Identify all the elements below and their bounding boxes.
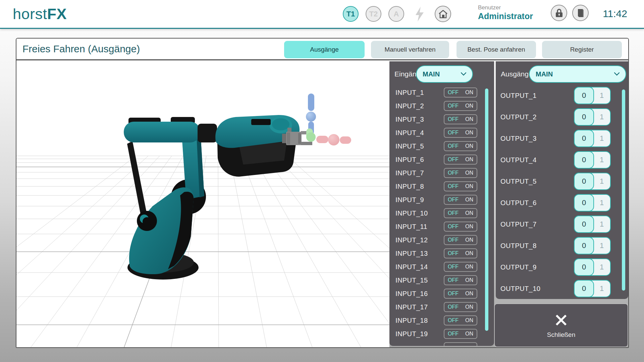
close-button[interactable]: Schließen — [494, 303, 628, 347]
input-toggle-on[interactable]: ON — [465, 277, 473, 283]
input-onoff-toggle[interactable]: OFF ON — [444, 168, 477, 178]
output-toggle-one[interactable]: 1 — [593, 216, 610, 232]
inputs-scrollbar[interactable] — [485, 88, 488, 331]
input-toggle-on[interactable]: ON — [465, 304, 473, 310]
mode-button[interactable]: T2 — [366, 6, 381, 22]
input-toggle-on[interactable]: ON — [465, 183, 473, 189]
outputs-group-select[interactable]: MAIN — [529, 65, 626, 83]
mode-button[interactable]: T1 — [343, 6, 359, 22]
input-onoff-toggle[interactable]: OFF ON — [444, 289, 477, 299]
input-toggle-off[interactable]: OFF — [448, 250, 459, 256]
input-onoff-toggle[interactable]: OFF ON — [444, 235, 477, 245]
input-toggle-off[interactable]: OFF — [448, 170, 459, 176]
input-toggle-on[interactable]: ON — [465, 224, 473, 230]
input-toggle-off[interactable]: OFF — [448, 317, 459, 323]
input-toggle-on[interactable]: ON — [465, 331, 473, 337]
output-toggle-one[interactable]: 1 — [593, 195, 610, 211]
input-toggle-off[interactable]: OFF — [448, 331, 459, 337]
input-toggle-off[interactable]: OFF — [448, 210, 459, 216]
input-toggle-on[interactable]: ON — [465, 210, 473, 216]
user-menu[interactable]: Benutzer Administrator — [478, 4, 533, 22]
output-01-toggle[interactable]: 0 1 — [574, 130, 611, 147]
output-toggle-one[interactable]: 1 — [593, 109, 610, 125]
input-toggle-on[interactable]: ON — [465, 89, 473, 96]
input-toggle-off[interactable]: OFF — [448, 89, 459, 96]
input-onoff-toggle[interactable]: OFF ON — [444, 275, 477, 285]
input-toggle-off[interactable]: OFF — [448, 304, 459, 310]
output-toggle-one[interactable]: 1 — [593, 259, 610, 275]
input-toggle-off[interactable]: OFF — [448, 183, 459, 189]
output-01-toggle[interactable]: 0 1 — [574, 151, 611, 169]
input-toggle-off[interactable]: OFF — [448, 157, 459, 163]
tab-button[interactable]: Manuell verfahren — [371, 41, 449, 58]
input-onoff-toggle[interactable]: OFF ON — [444, 195, 477, 205]
lock-button[interactable] — [551, 5, 567, 21]
input-toggle-off[interactable]: OFF — [448, 291, 459, 297]
output-toggle-zero[interactable]: 0 — [574, 108, 594, 126]
output-toggle-one[interactable]: 1 — [593, 281, 610, 297]
input-onoff-toggle[interactable]: OFF ON — [444, 128, 477, 138]
input-onoff-toggle[interactable]: OFF ON — [444, 155, 477, 165]
input-toggle-off[interactable]: OFF — [448, 116, 459, 122]
input-onoff-toggle[interactable]: OFF ON — [444, 114, 477, 124]
input-toggle-off[interactable]: OFF — [448, 197, 459, 203]
input-onoff-toggle[interactable]: OFF ON — [444, 329, 477, 339]
robot-3d-viewport[interactable] — [16, 61, 389, 347]
output-toggle-zero[interactable]: 0 — [574, 194, 594, 212]
output-01-toggle[interactable]: 0 1 — [574, 258, 611, 276]
input-toggle-on[interactable]: ON — [465, 264, 473, 270]
output-toggle-one[interactable]: 1 — [593, 238, 610, 254]
input-onoff-toggle[interactable]: OFF ON — [444, 101, 477, 111]
input-toggle-off[interactable]: OFF — [448, 103, 459, 109]
output-toggle-zero[interactable]: 0 — [574, 237, 594, 254]
input-toggle-off[interactable]: OFF — [448, 130, 459, 136]
input-onoff-toggle[interactable]: OFF ON — [444, 315, 477, 325]
output-toggle-zero[interactable]: 0 — [574, 216, 594, 233]
output-toggle-zero[interactable]: 0 — [574, 280, 594, 297]
input-toggle-on[interactable]: ON — [465, 170, 473, 176]
input-onoff-toggle[interactable] — [444, 342, 477, 346]
input-onoff-toggle[interactable]: OFF ON — [444, 262, 477, 272]
output-toggle-one[interactable]: 1 — [593, 152, 610, 168]
input-toggle-on[interactable]: ON — [465, 250, 473, 256]
output-01-toggle[interactable]: 0 1 — [574, 216, 611, 233]
output-toggle-one[interactable]: 1 — [593, 173, 610, 189]
input-onoff-toggle[interactable]: OFF ON — [444, 87, 477, 98]
output-01-toggle[interactable]: 0 1 — [574, 237, 611, 254]
output-toggle-zero[interactable]: 0 — [574, 130, 594, 147]
output-toggle-one[interactable]: 1 — [593, 87, 610, 104]
input-toggle-on[interactable]: ON — [465, 143, 473, 149]
manual-button[interactable] — [572, 5, 589, 21]
output-01-toggle[interactable]: 0 1 — [574, 194, 611, 212]
mode-button[interactable]: A — [388, 6, 404, 22]
output-01-toggle[interactable]: 0 1 — [574, 173, 611, 190]
input-toggle-off[interactable]: OFF — [448, 237, 459, 243]
input-toggle-on[interactable]: ON — [465, 157, 473, 163]
output-01-toggle[interactable]: 0 1 — [574, 108, 611, 126]
outputs-scrollbar[interactable] — [622, 89, 625, 291]
input-onoff-toggle[interactable]: OFF ON — [444, 222, 477, 232]
input-onoff-toggle[interactable]: OFF ON — [444, 141, 477, 151]
tab-button[interactable]: Best. Pose anfahren — [457, 41, 536, 58]
input-toggle-on[interactable]: ON — [465, 116, 473, 122]
output-01-toggle[interactable]: 0 1 — [574, 280, 611, 297]
input-toggle-on[interactable]: ON — [465, 103, 473, 109]
input-onoff-toggle[interactable]: OFF ON — [444, 302, 477, 312]
home-button[interactable] — [435, 6, 451, 22]
input-toggle-off[interactable]: OFF — [448, 277, 459, 283]
output-toggle-one[interactable]: 1 — [593, 130, 610, 146]
input-toggle-on[interactable]: ON — [465, 130, 473, 136]
output-toggle-zero[interactable]: 0 — [574, 87, 594, 104]
input-toggle-on[interactable]: ON — [465, 291, 473, 297]
input-toggle-on[interactable]: ON — [465, 197, 473, 203]
tab-button[interactable]: Register — [542, 41, 622, 58]
output-01-toggle[interactable]: 0 1 — [574, 87, 611, 104]
output-toggle-zero[interactable]: 0 — [574, 258, 594, 276]
output-toggle-zero[interactable]: 0 — [574, 173, 594, 190]
input-toggle-on[interactable]: ON — [465, 237, 473, 243]
input-onoff-toggle[interactable]: OFF ON — [444, 208, 477, 218]
output-toggle-zero[interactable]: 0 — [574, 151, 594, 169]
inputs-group-select[interactable]: MAIN — [416, 65, 473, 83]
input-toggle-off[interactable]: OFF — [448, 264, 459, 270]
input-toggle-on[interactable]: ON — [465, 317, 473, 323]
